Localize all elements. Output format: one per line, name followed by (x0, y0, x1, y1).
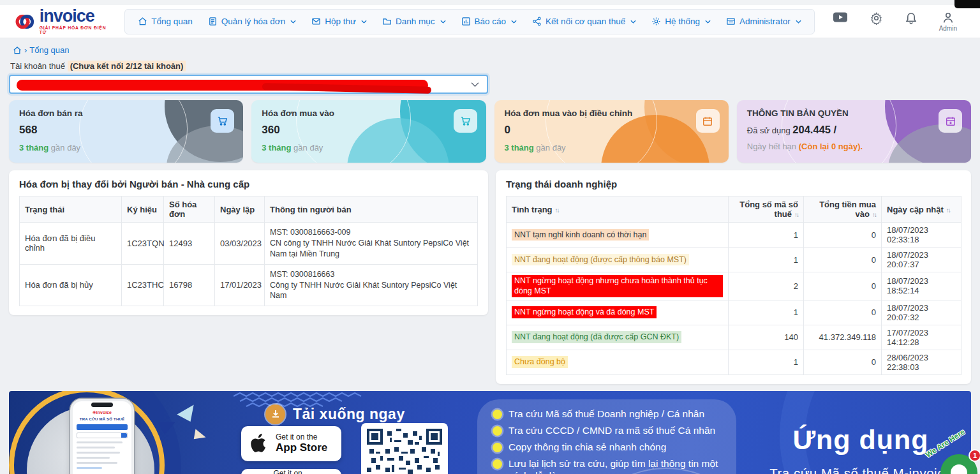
phone-screen-title: TRA CỨU MÃ SỐ THUẾ (77, 417, 128, 421)
cell-count: 1 (729, 300, 804, 325)
status-badge: NNT tạm nghỉ kinh doanh có thời hạn (512, 229, 649, 241)
share-icon (532, 17, 542, 26)
main-nav: Tổng quan Quản lý hóa đơn Hộp thư Danh m… (124, 9, 814, 34)
home-icon[interactable] (13, 46, 22, 55)
nav-administrator[interactable]: Administrator (726, 17, 801, 26)
breadcrumb-current[interactable]: Tổng quan (29, 45, 69, 55)
nav-ket-noi-co-quan-thue[interactable]: Kết nối cơ quan thuế (532, 17, 636, 26)
feature-item: Lưu lại lịch sử tra cứu, giúp tìm lại th… (493, 458, 721, 474)
changed-invoices-panel: Hóa đơn bị thay đổi bởi Người bán - Nhà … (9, 170, 488, 315)
business-status-table: Tình trạng↑↓ Tổng số mã số thuế↑↓ Tổng t… (506, 196, 961, 375)
download-icon (265, 404, 285, 424)
bullet-icon (493, 459, 502, 469)
cell-date: 03/03/2023 (215, 223, 265, 265)
gear-icon (870, 11, 883, 25)
notification-count-badge: 1 (969, 449, 980, 462)
logo-tagline: GIẢI PHÁP HÓA ĐƠN ĐIỆN TỬ (40, 26, 107, 35)
cell-count: 1 (729, 248, 804, 272)
status-badge: Chưa đồng bộ (512, 356, 568, 367)
we-are-here-badge[interactable]: We Are Here 1 (920, 431, 980, 474)
calendar-icon (702, 115, 713, 127)
license-used-value: 204.445 / (792, 124, 836, 135)
youtube-icon (833, 11, 848, 23)
card-license-info: THÔNG TIN BẢN QUYỀN Đã sử dụng 204.445 /… (737, 100, 971, 163)
col-header: Ngày lập (215, 196, 265, 223)
nav-bao-cao[interactable]: Báo cáo (461, 17, 517, 26)
chevron-down-icon (361, 20, 367, 24)
nav-hop-thu[interactable]: Hộp thư (311, 17, 367, 26)
breadcrumb: › Tổng quan (13, 45, 967, 55)
cell-amount: 0 (804, 272, 882, 300)
nav-quan-ly-hoa-don[interactable]: Quản lý hóa đơn (208, 17, 296, 26)
cell-date: 17/01/2023 (215, 264, 265, 306)
cell-updated: 18/07/2023 20:07:32 (882, 300, 961, 325)
feature-item: Tra cứu Mã số thuế Doanh nghiệp / Cá nhâ… (493, 408, 721, 420)
phone-text-line (77, 457, 110, 459)
googleplay-button[interactable]: Get it on Google Play (241, 469, 341, 474)
table-row: NNT đang hoạt động (được cấp thông báo M… (507, 248, 961, 272)
feature-text: Tra cứu CCCD / CMND ra mã số thuế Cá nhâ… (509, 425, 715, 437)
logo-knot-icon (14, 10, 36, 34)
nav-label: Administrator (739, 17, 791, 26)
sort-icon[interactable]: ↑↓ (794, 211, 798, 218)
status-badge: NNT ngừng hoạt động và đã đóng MST (512, 306, 657, 318)
cell-status: Hóa đơn đã bị điều chỉnh (20, 223, 122, 265)
mail-icon (311, 17, 321, 26)
app-logo[interactable]: invoice GIẢI PHÁP HÓA ĐƠN ĐIỆN TỬ (14, 8, 107, 35)
nav-label: Hộp thư (325, 17, 356, 26)
tax-account-select[interactable] (9, 75, 488, 94)
nav-tong-quan[interactable]: Tổng quan (138, 17, 193, 26)
feature-text: Lưu lại lịch sử tra cứu, giúp tìm lại th… (509, 458, 721, 474)
sort-icon[interactable]: ↑↓ (946, 207, 950, 214)
cell-seller: MST: 0300816663 Công ty TNHH Nước Giải K… (265, 264, 478, 306)
tax-account-label-row: Tài khoản thuế (Chưa kết nối 2/12 tài kh… (10, 61, 970, 71)
cart-icon-box (211, 109, 234, 133)
panel-title: Trạng thái doanh nghiệp (496, 170, 971, 196)
col-header: Trạng thái (20, 196, 122, 223)
phone-text-line (77, 452, 120, 454)
cell-updated: 17/07/2023 14:12:28 (882, 325, 961, 350)
chevron-down-icon (440, 20, 446, 24)
status-badge: NNT đang hoạt động (đã được cấp GCN ĐKT) (512, 331, 681, 343)
sort-icon[interactable]: ↑↓ (872, 211, 876, 218)
nav-danh-muc[interactable]: Danh mục (382, 17, 446, 26)
appstore-line1: Get it on the (276, 433, 327, 441)
col-header-sortable[interactable]: Ngày cập nhật↑↓ (882, 196, 961, 223)
col-header-sortable[interactable]: Tổng số mã số thuế↑↓ (729, 196, 804, 223)
tax-account-note: (Chưa kết nối 2/12 tài khoản) (68, 61, 186, 71)
logo-name: invoice (40, 8, 107, 25)
youtube-button[interactable] (833, 11, 848, 23)
cell-seller: MST: 0300816663-009 CN công ty TNHH Nước… (265, 223, 478, 265)
apple-icon (250, 432, 269, 455)
card-invoices-purchased: Hóa đơn mua vào 360 3 tháng gần đây (251, 100, 486, 163)
calendar-icon-box (696, 109, 720, 133)
decor-triangle (177, 399, 198, 421)
appstore-line2: App Store (276, 441, 327, 454)
nav-label: Báo cáo (475, 17, 507, 26)
bell-icon (905, 11, 917, 25)
cell-updated: 18/07/2023 02:33:18 (882, 223, 961, 248)
col-header-sortable[interactable]: Tổng tiền mua vào↑↓ (804, 196, 882, 223)
bullet-icon (493, 426, 502, 436)
download-heading: Tải xuống ngay (265, 404, 405, 424)
card-value: 0 (505, 124, 718, 137)
col-label: Tổng số mã số thuế (739, 200, 798, 219)
settings-button[interactable] (870, 11, 883, 25)
card-value: 360 (262, 124, 475, 137)
feature-text: Copy thông tin chia sẻ nhanh chóng (509, 441, 666, 454)
home-icon (138, 17, 147, 26)
status-badge: NNT đang hoạt động (được cấp thông báo M… (512, 254, 689, 265)
license-used-label: Đã sử dụng (747, 126, 791, 135)
sort-icon[interactable]: ↑↓ (555, 207, 559, 214)
nav-he-thong[interactable]: Hệ thống (651, 17, 711, 26)
stat-cards-row: Hóa đơn bán ra 568 3 tháng gần đây Hóa đ… (9, 100, 971, 163)
notifications-button[interactable] (905, 11, 917, 25)
seller-name: CN công ty TNHH Nước Giải Khát Suntory P… (270, 238, 472, 260)
col-header-sortable[interactable]: Tình trạng↑↓ (507, 196, 729, 223)
appstore-button[interactable]: Get it on the App Store (241, 426, 341, 461)
cell-count: 140 (729, 325, 804, 350)
cart-icon (216, 115, 228, 127)
admin-card-icon (726, 17, 736, 26)
phone-text-line (77, 467, 102, 469)
user-menu[interactable]: Admin (939, 11, 957, 32)
